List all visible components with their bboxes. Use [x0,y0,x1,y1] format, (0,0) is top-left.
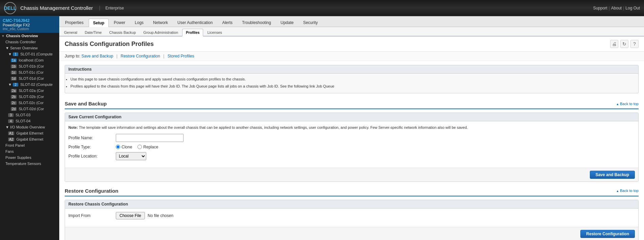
file-input-wrapper: Choose File No file chosen [116,212,635,219]
tab-security[interactable]: Security [299,18,322,27]
save-action-bar: Save and Backup [65,168,638,182]
profile-type-clone-radio[interactable] [116,145,120,149]
sidebar-item-slot01c[interactable]: 1c SLOT-01c (Cor [0,69,59,75]
sidebar-item-slot01b[interactable]: 1b SLOT-01b (Cor [0,63,59,69]
jump-save-backup[interactable]: Save and Backup [81,54,113,58]
restore-chassis-config-body: Import From Choose File No file chosen [65,209,638,225]
sidebar-item-slot01d[interactable]: 1d SLOT-01d (Cor [0,75,59,81]
profile-location-row: Profile Location: Local Network [68,152,635,160]
sidebar-item-front-panel[interactable]: Front Panel [0,142,59,148]
save-current-config-header: Save Current Configuration [65,113,638,121]
tab-licenses[interactable]: Licenses [204,29,225,36]
choose-file-button[interactable]: Choose File [116,212,145,219]
device-sub: imc_e6c, Custom [3,27,57,31]
sidebar-item-slot02[interactable]: ▼ 2 SLOT-02 (Compute [0,81,59,88]
tab-properties[interactable]: Properties [61,18,88,27]
jump-to-label: Jump to: [65,54,80,58]
save-current-config-subsection: Save Current Configuration Note: The tem… [65,113,639,182]
tab-setup[interactable]: Setup [89,19,109,27]
instruction-line-1: Use this page to save chassis configurat… [70,76,633,82]
profile-name-label: Profile Name: [68,136,116,140]
profile-name-input[interactable] [116,134,184,142]
header-nav: Support | About | Log Out [593,6,640,10]
restore-config-back-to-top[interactable]: Back to top [616,189,639,193]
main-container: CMC-7S6J942 PowerEdge FX2 imc_e6c, Custo… [0,16,644,240]
jump-restore-config[interactable]: Restore Configuration [121,54,160,58]
app-title: Chassis Management Controller [20,5,93,11]
sidebar-item-slot02b[interactable]: 2b SLOT-02b (Cor [0,94,59,100]
arrow-icon-server: ▼ [5,46,9,50]
sidebar-item-slot04[interactable]: 4 SLOT-04 [0,118,59,124]
save-and-backup-button[interactable]: Save and Backup [590,171,635,179]
tab-general[interactable]: General [61,29,81,36]
sidebar-item-chassis-controller[interactable]: Chassis Controller [0,39,59,45]
sidebar-item-slot01a[interactable]: 1a localhost (Com [0,57,59,63]
tab-bar-top: Properties Setup Power Logs Network User… [59,16,644,27]
restore-chassis-config-subsection: Restore Chassis Configuration Import Fro… [65,200,639,240]
sidebar-item-slot02a[interactable]: 2a SLOT-02a (Cor [0,88,59,94]
device-name[interactable]: CMC-7S6J942 [3,18,57,23]
save-backup-header-bar: Save and Backup Back to top [65,99,639,109]
jump-stored-profiles[interactable]: Stored Profiles [168,54,194,58]
sidebar: CMC-7S6J942 PowerEdge FX2 imc_e6c, Custo… [0,16,59,240]
tab-chassis-backup[interactable]: Chassis Backup [106,29,139,36]
save-backup-back-to-top[interactable]: Back to top [616,102,639,106]
help-button[interactable]: ? [630,40,639,48]
header: DELL Chassis Management Controller Enter… [0,0,644,16]
tab-bar-sub: General Date/Time Chassis Backup Group A… [59,27,644,37]
jump-to-bar: Jump to: Save and Backup | Restore Confi… [59,52,644,61]
page-icons: 🖨 ↻ ? [610,40,639,48]
about-link[interactable]: About [611,6,622,10]
sidebar-item-fans[interactable]: Fans [0,148,59,154]
tab-update[interactable]: Update [276,18,298,27]
import-from-row: Import From Choose File No file chosen [68,212,635,219]
profile-type-options: Clone Replace [116,145,635,149]
restore-action-bar: Restore Configuration [65,227,638,240]
page-title: Chassis Configuration Profiles [65,41,610,48]
save-note: Note: The template will save information… [68,125,635,130]
arrow-icon: ▼ [1,34,5,38]
restore-config-section: Restore Configuration Back to top Restor… [65,186,639,240]
import-from-label: Import From [68,213,116,218]
sidebar-item-slot01[interactable]: ▼ 1 SLOT-01 (Compute [0,51,59,57]
sidebar-item-chassis-overview[interactable]: ▼ Chassis Overview [0,33,59,39]
sidebar-item-slot03[interactable]: 3 SLOT-03 [0,112,59,118]
tab-network[interactable]: Network [149,18,172,27]
tab-datetime[interactable]: Date/Time [81,29,105,36]
tab-group-admin[interactable]: Group Administration [140,29,181,36]
file-chosen-text: No file chosen [148,213,173,218]
sidebar-item-slot02d[interactable]: 2d SLOT-02d (Cor [0,106,59,112]
tab-troubleshooting[interactable]: Troubleshooting [238,18,276,27]
save-backup-title: Save and Backup [65,101,107,106]
sidebar-item-temp-sensors[interactable]: Temperature Sensors [0,161,59,167]
profile-location-select[interactable]: Local Network [116,152,146,160]
tab-profiles[interactable]: Profiles [182,29,203,37]
profile-name-row: Profile Name: [68,134,635,142]
page-header: Chassis Configuration Profiles 🖨 ↻ ? [59,37,644,52]
sidebar-item-power-supplies[interactable]: Power Supplies [0,154,59,161]
arrow-icon-slot01: ▼ [8,52,12,56]
restore-config-header-bar: Restore Configuration Back to top [65,186,639,196]
print-button[interactable]: 🖨 [610,40,618,48]
device-model: PowerEdge FX2 [3,23,57,27]
sidebar-item-a2[interactable]: A2 Gigabit Ethernet [0,136,59,142]
instructions-header: Instructions [65,65,638,74]
sidebar-item-io-module[interactable]: ▼ I/O Module Overview [0,124,59,130]
tab-user-auth[interactable]: User Authentication [173,18,217,27]
sidebar-item-server-overview[interactable]: ▼ Server Overview [0,45,59,51]
tab-alerts[interactable]: Alerts [218,18,237,27]
logout-link[interactable]: Log Out [625,6,640,10]
profile-type-clone-option[interactable]: Clone [116,145,132,149]
profile-location-label: Profile Location: [68,154,116,159]
profile-type-replace-option[interactable]: Replace [137,145,158,149]
tab-power[interactable]: Power [109,18,130,27]
sidebar-item-slot02c[interactable]: 2c SLOT-02c (Cor [0,100,59,106]
tab-logs[interactable]: Logs [130,18,148,27]
restore-configuration-button[interactable]: Restore Configuration [580,230,635,238]
sidebar-item-a1[interactable]: A1 Gigabit Ethernet [0,130,59,136]
instruction-line-2: Profiles applied to the chassis from thi… [70,83,633,90]
support-link[interactable]: Support [593,6,607,10]
profile-type-replace-radio[interactable] [137,145,142,149]
refresh-button[interactable]: ↻ [620,40,628,48]
page-content: Chassis Configuration Profiles 🖨 ↻ ? Jum… [59,37,644,240]
